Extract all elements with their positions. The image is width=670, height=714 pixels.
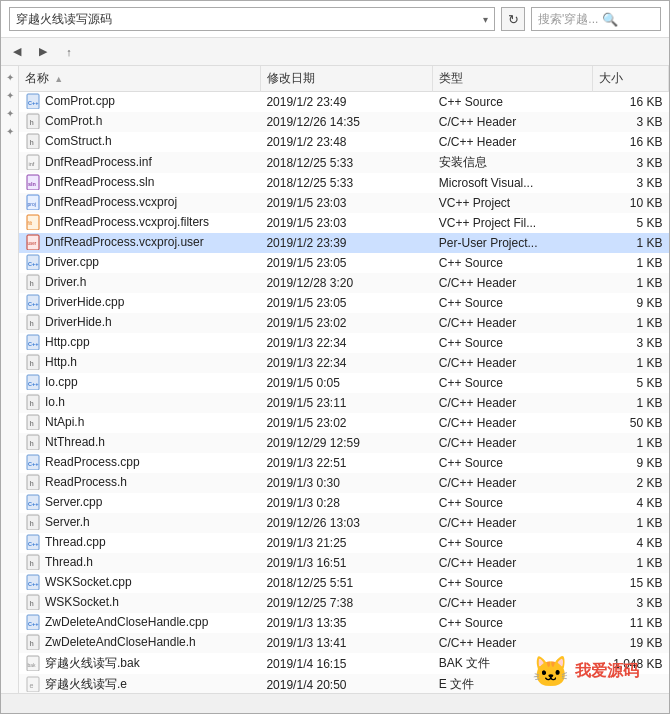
file-type-cell: C++ Source	[433, 573, 593, 593]
file-icon: h	[25, 314, 41, 330]
table-row[interactable]: C++Io.cpp2019/1/5 0:05C++ Source5 KB	[19, 373, 669, 393]
table-row[interactable]: infDnfReadProcess.inf2018/12/25 5:33安装信息…	[19, 152, 669, 173]
svg-text:h: h	[30, 560, 34, 567]
table-row[interactable]: userDnfReadProcess.vcxproj.user2019/1/2 …	[19, 233, 669, 253]
file-date-cell: 2019/1/3 22:34	[260, 333, 432, 353]
table-row[interactable]: bak穿越火线读写.bak2019/1/4 16:15BAK 文件1,048 K…	[19, 653, 669, 674]
file-name-cell: C++Thread.cpp	[19, 533, 260, 553]
file-type-cell: E 文件	[433, 674, 593, 693]
svg-text:C++: C++	[28, 461, 38, 467]
table-row[interactable]: hDriverHide.h2019/1/5 23:02C/C++ Header1…	[19, 313, 669, 333]
svg-text:C++: C++	[28, 541, 38, 547]
table-row[interactable]: C++Driver.cpp2019/1/5 23:05C++ Source1 K…	[19, 253, 669, 273]
svg-text:inf: inf	[29, 160, 35, 166]
file-date-cell: 2019/1/2 23:49	[260, 92, 432, 113]
file-icon: h	[25, 394, 41, 410]
file-type-cell: C/C++ Header	[433, 593, 593, 613]
file-date-cell: 2019/1/3 22:51	[260, 453, 432, 473]
table-row[interactable]: hNtApi.h2019/1/5 23:02C/C++ Header50 KB	[19, 413, 669, 433]
forward-button[interactable]: ▶	[31, 41, 55, 63]
file-icon: C++	[25, 294, 41, 310]
file-name-cell: hIo.h	[19, 393, 260, 413]
sidebar-tab-4[interactable]: ✦	[3, 124, 17, 138]
up-button[interactable]: ↑	[57, 41, 81, 63]
file-size-cell: 9 KB	[593, 453, 669, 473]
search-bar[interactable]: 搜索'穿越... 🔍	[531, 7, 661, 31]
file-date-cell: 2019/1/5 23:02	[260, 313, 432, 333]
file-name-cell: hWSKSocket.h	[19, 593, 260, 613]
sidebar-tab-1[interactable]: ✦	[3, 70, 17, 84]
file-name-cell: userDnfReadProcess.vcxproj.user	[19, 233, 260, 253]
file-name-cell: C++Server.cpp	[19, 493, 260, 513]
table-row[interactable]: hIo.h2019/1/5 23:11C/C++ Header1 KB	[19, 393, 669, 413]
file-type-cell: C++ Source	[433, 333, 593, 353]
file-date-cell: 2019/1/5 0:05	[260, 373, 432, 393]
refresh-button[interactable]: ↻	[501, 7, 525, 31]
table-row[interactable]: C++Http.cpp2019/1/3 22:34C++ Source3 KB	[19, 333, 669, 353]
status-bar	[1, 693, 669, 713]
file-size-cell: 1 KB	[593, 513, 669, 533]
address-bar[interactable]: 穿越火线读写源码 ▾	[9, 7, 495, 31]
table-row[interactable]: hThread.h2019/1/3 16:51C/C++ Header1 KB	[19, 553, 669, 573]
file-list-area[interactable]: 名称 ▲ 修改日期 类型 大小	[19, 66, 669, 693]
table-row[interactable]: slnDnfReadProcess.sln2018/12/25 5:33Micr…	[19, 173, 669, 193]
toolbar: ◀ ▶ ↑	[1, 38, 669, 66]
file-type-cell: C/C++ Header	[433, 473, 593, 493]
col-header-type[interactable]: 类型	[433, 66, 593, 92]
file-date-cell: 2019/1/5 23:03	[260, 213, 432, 233]
svg-text:proj: proj	[28, 201, 36, 207]
col-header-date[interactable]: 修改日期	[260, 66, 432, 92]
table-row[interactable]: hComStruct.h2019/1/2 23:48C/C++ Header16…	[19, 132, 669, 152]
file-name-cell: C++ZwDeleteAndCloseHandle.cpp	[19, 613, 260, 633]
col-header-name[interactable]: 名称 ▲	[19, 66, 260, 92]
file-type-cell: VC++ Project Fil...	[433, 213, 593, 233]
table-row[interactable]: hServer.h2019/12/26 13:03C/C++ Header1 K…	[19, 513, 669, 533]
svg-text:C++: C++	[28, 261, 38, 267]
table-row[interactable]: C++Server.cpp2019/1/3 0:28C++ Source4 KB	[19, 493, 669, 513]
table-row[interactable]: hComProt.h2019/12/26 14:35C/C++ Header3 …	[19, 112, 669, 132]
file-name-cell: hHttp.h	[19, 353, 260, 373]
file-name-cell: hDriverHide.h	[19, 313, 260, 333]
file-date-cell: 2019/12/25 7:38	[260, 593, 432, 613]
search-placeholder: 搜索'穿越...	[538, 11, 598, 28]
file-name-cell: hZwDeleteAndCloseHandle.h	[19, 633, 260, 653]
table-row[interactable]: C++Thread.cpp2019/1/3 21:25C++ Source4 K…	[19, 533, 669, 553]
svg-text:C++: C++	[28, 381, 38, 387]
file-icon: h	[25, 634, 41, 650]
sidebar-tab-2[interactable]: ✦	[3, 88, 17, 102]
table-row[interactable]: hZwDeleteAndCloseHandle.h2019/1/3 13:41C…	[19, 633, 669, 653]
table-row[interactable]: C++WSKSocket.cpp2018/12/25 5:51C++ Sourc…	[19, 573, 669, 593]
file-type-cell: C/C++ Header	[433, 132, 593, 152]
table-row[interactable]: hHttp.h2019/1/3 22:34C/C++ Header1 KB	[19, 353, 669, 373]
table-row[interactable]: C++ReadProcess.cpp2019/1/3 22:51C++ Sour…	[19, 453, 669, 473]
table-row[interactable]: hWSKSocket.h2019/12/25 7:38C/C++ Header3…	[19, 593, 669, 613]
file-size-cell: 9 KB	[593, 293, 669, 313]
back-button[interactable]: ◀	[5, 41, 29, 63]
table-row[interactable]: C++DriverHide.cpp2019/1/5 23:05C++ Sourc…	[19, 293, 669, 313]
file-type-cell: C/C++ Header	[433, 273, 593, 293]
file-date-cell: 2019/12/26 14:35	[260, 112, 432, 132]
file-type-cell: C/C++ Header	[433, 393, 593, 413]
svg-text:h: h	[30, 400, 34, 407]
table-row[interactable]: hNtThread.h2019/12/29 12:59C/C++ Header1…	[19, 433, 669, 453]
file-type-cell: C++ Source	[433, 493, 593, 513]
file-size-cell: 50 KB	[593, 413, 669, 433]
col-header-size[interactable]: 大小	[593, 66, 669, 92]
file-date-cell: 2019/1/3 22:34	[260, 353, 432, 373]
file-size-cell: 19 KB	[593, 633, 669, 653]
table-row[interactable]: filtDnfReadProcess.vcxproj.filters2019/1…	[19, 213, 669, 233]
table-row[interactable]: hReadProcess.h2019/1/3 0:30C/C++ Header2…	[19, 473, 669, 493]
sidebar-tab-3[interactable]: ✦	[3, 106, 17, 120]
table-row[interactable]: C++ZwDeleteAndCloseHandle.cpp2019/1/3 13…	[19, 613, 669, 633]
file-type-cell: C++ Source	[433, 453, 593, 473]
file-name-cell: hComStruct.h	[19, 132, 260, 152]
table-row[interactable]: hDriver.h2019/12/28 3:20C/C++ Header1 KB	[19, 273, 669, 293]
svg-text:C++: C++	[28, 581, 38, 587]
file-size-cell: 1 KB	[593, 253, 669, 273]
table-row[interactable]: e穿越火线读写.e2019/1/4 20:50E 文件	[19, 674, 669, 693]
file-icon: h	[25, 414, 41, 430]
table-row[interactable]: projDnfReadProcess.vcxproj2019/1/5 23:03…	[19, 193, 669, 213]
table-row[interactable]: C++ComProt.cpp2019/1/2 23:49C++ Source16…	[19, 92, 669, 113]
file-type-cell: BAK 文件	[433, 653, 593, 674]
file-size-cell: 1 KB	[593, 553, 669, 573]
